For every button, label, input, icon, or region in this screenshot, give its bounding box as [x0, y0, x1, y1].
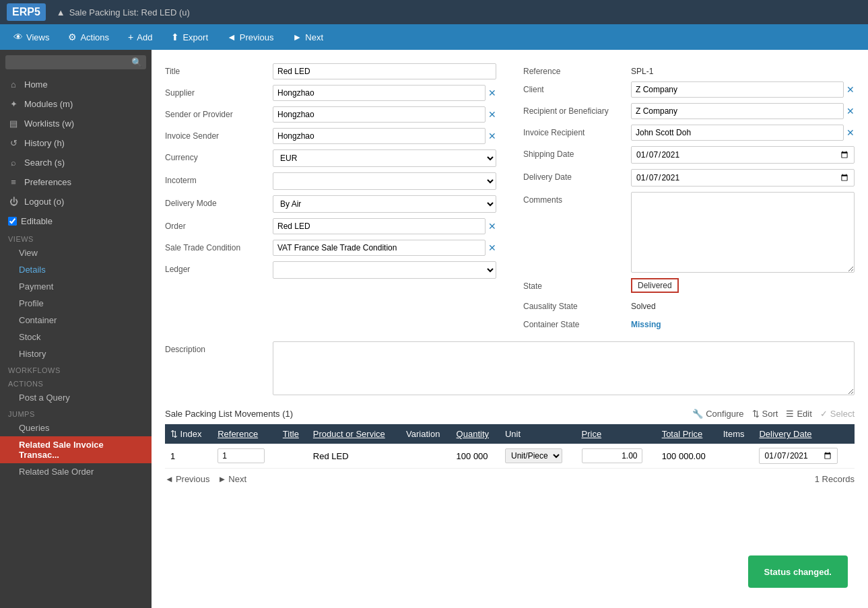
invoice-sender-clear-btn[interactable]: ✕: [488, 131, 496, 141]
sort-button[interactable]: ⇅ Sort: [752, 409, 778, 419]
invoice-sender-label: Invoice Sender: [165, 128, 273, 141]
sidebar-item-container[interactable]: Container: [0, 312, 152, 329]
title-label: Title: [165, 63, 273, 76]
form-grid: Title Supplier ✕ Sender or Provider: [165, 63, 855, 335]
col-total-price[interactable]: Total Price: [657, 424, 718, 444]
sidebar-item-payment[interactable]: Payment: [0, 278, 152, 295]
sender-clear-btn[interactable]: ✕: [488, 109, 496, 120]
row-index: 1: [165, 444, 212, 469]
delivery-date-row: Delivery Date: [523, 169, 855, 187]
sidebar-item-home[interactable]: ⌂ Home: [0, 75, 152, 94]
configure-button[interactable]: 🔧 Configure: [692, 409, 743, 419]
sidebar-item-preferences[interactable]: ≡ Preferences: [0, 172, 152, 192]
state-badge: Delivered: [631, 278, 679, 293]
sidebar-item-profile[interactable]: Profile: [0, 295, 152, 312]
breadcrumb-arrow: ▲: [57, 7, 65, 18]
sale-trade-clear-btn[interactable]: ✕: [488, 242, 496, 253]
movements-section: Sale Packing List Movements (1) 🔧 Config…: [165, 409, 855, 489]
select-button[interactable]: ✓ Select: [820, 409, 855, 419]
reference-value: SPL-1: [631, 63, 855, 76]
eye-icon: 👁: [13, 32, 23, 42]
sidebar: 🔍 ⌂ Home ✦ Modules (m) ▤ Worklists (w) ↺…: [0, 50, 152, 608]
col-product[interactable]: Product or Service: [308, 424, 401, 444]
sidebar-item-view[interactable]: View: [0, 244, 152, 261]
row-unit-select[interactable]: Unit/Piece: [505, 448, 562, 463]
row-reference-input[interactable]: [218, 448, 265, 463]
sender-input[interactable]: [273, 106, 486, 123]
sidebar-item-related-sale-order[interactable]: Related Sale Order: [0, 463, 152, 480]
currency-row: Currency EUR: [165, 149, 496, 167]
row-reference: [212, 444, 277, 469]
supplier-clear-btn[interactable]: ✕: [488, 88, 496, 98]
sidebar-item-modules[interactable]: ✦ Modules (m): [0, 94, 152, 114]
sidebar-item-search[interactable]: ⌕ Search (s): [0, 153, 152, 172]
row-product: Red LED: [308, 444, 401, 469]
search-nav-icon: ⌕: [8, 158, 19, 168]
ledger-label: Ledger: [165, 261, 273, 274]
incoterm-row: Incoterm: [165, 172, 496, 190]
edit-button[interactable]: ☰ Edit: [786, 409, 811, 419]
row-items: [718, 444, 754, 469]
actions-button[interactable]: ⚙ Actions: [60, 28, 117, 46]
editable-checkbox-row[interactable]: Editable: [0, 211, 152, 231]
shipping-date-control: [631, 146, 855, 164]
order-clear-btn[interactable]: ✕: [488, 221, 496, 232]
ledger-select[interactable]: [273, 261, 496, 279]
sidebar-item-details[interactable]: Details: [0, 261, 152, 278]
col-title[interactable]: Title: [277, 424, 308, 444]
col-price[interactable]: Price: [576, 424, 657, 444]
editable-checkbox[interactable]: [8, 217, 17, 226]
row-total-price: 100 000.00: [657, 444, 718, 469]
delivery-mode-select[interactable]: By Air: [273, 195, 496, 213]
recipient-input[interactable]: [631, 103, 844, 119]
sale-trade-input[interactable]: [273, 240, 486, 256]
search-input-wrap[interactable]: 🔍: [5, 55, 146, 69]
export-icon: ⬆: [171, 32, 179, 42]
sidebar-item-stock[interactable]: Stock: [0, 329, 152, 345]
delivery-mode-row: Delivery Mode By Air: [165, 195, 496, 213]
col-reference[interactable]: Reference: [212, 424, 277, 444]
views-button[interactable]: 👁 Views: [5, 28, 57, 46]
table-next-btn[interactable]: ► Next: [218, 474, 246, 484]
invoice-sender-input[interactable]: [273, 128, 486, 144]
sidebar-item-related-sale-invoice[interactable]: Related Sale Invoice Transac...: [0, 436, 152, 463]
add-button[interactable]: + Add: [120, 28, 160, 46]
col-delivery-date[interactable]: Delivery Date: [754, 424, 855, 444]
incoterm-select[interactable]: [273, 172, 496, 190]
invoice-recipient-clear-btn[interactable]: ✕: [846, 127, 855, 138]
invoice-recipient-input[interactable]: [631, 125, 844, 141]
row-unit: Unit/Piece: [500, 444, 576, 469]
next-button[interactable]: ► Next: [284, 28, 331, 46]
sidebar-item-post-query[interactable]: Post a Query: [0, 389, 152, 406]
sale-trade-control: ✕: [273, 240, 496, 256]
order-input[interactable]: [273, 218, 486, 234]
description-textarea[interactable]: [273, 341, 855, 395]
currency-select[interactable]: EUR: [273, 149, 496, 167]
table-previous-btn[interactable]: ◄ Previous: [165, 474, 209, 484]
search-input[interactable]: [9, 58, 131, 67]
row-delivery-date-input[interactable]: [759, 448, 838, 464]
sidebar-item-logout[interactable]: ⏻ Logout (o): [0, 192, 152, 211]
recipient-clear-btn[interactable]: ✕: [846, 106, 855, 116]
title-input[interactable]: [273, 63, 496, 79]
export-button[interactable]: ⬆ Export: [163, 28, 216, 46]
supplier-row: Supplier ✕: [165, 85, 496, 101]
col-quantity[interactable]: Quantity: [451, 424, 500, 444]
shipping-date-input[interactable]: [631, 146, 855, 164]
sidebar-item-history[interactable]: History: [0, 345, 152, 362]
invoice-sender-control: ✕: [273, 128, 496, 144]
comments-textarea[interactable]: [631, 192, 855, 273]
client-input[interactable]: [631, 81, 844, 98]
row-price-input[interactable]: [582, 448, 642, 463]
col-unit: Unit: [500, 424, 576, 444]
sidebar-item-history-h[interactable]: ↺ History (h): [0, 133, 152, 153]
delivery-mode-label: Delivery Mode: [165, 195, 273, 208]
supplier-input[interactable]: [273, 85, 486, 101]
delivery-date-input[interactable]: [631, 169, 855, 187]
col-variation: Variation: [401, 424, 451, 444]
sidebar-item-worklists[interactable]: ▤ Worklists (w): [0, 114, 152, 133]
previous-button[interactable]: ◄ Previous: [219, 28, 281, 46]
currency-control: EUR: [273, 149, 496, 167]
client-clear-btn[interactable]: ✕: [846, 84, 855, 95]
sidebar-item-queries[interactable]: Queries: [0, 419, 152, 436]
